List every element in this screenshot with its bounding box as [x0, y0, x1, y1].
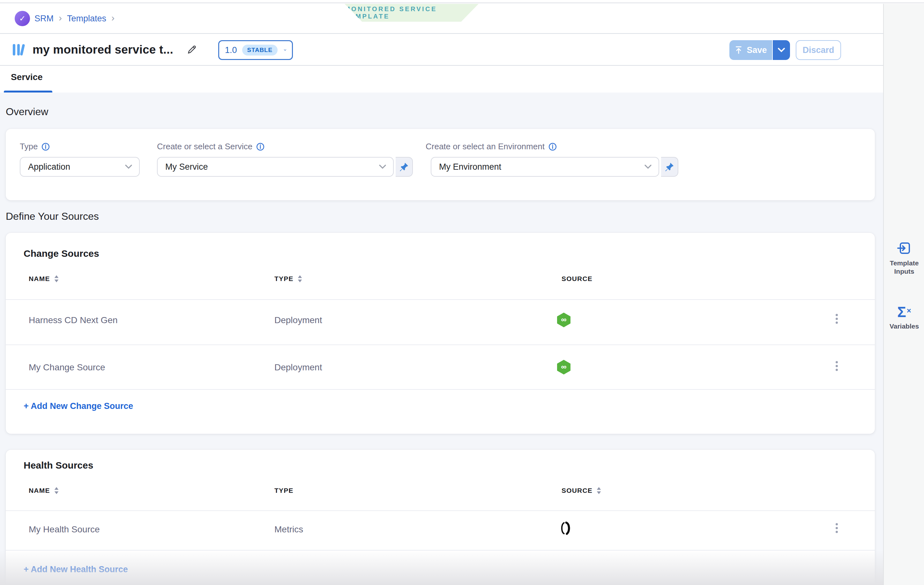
- sort-icon: [54, 487, 59, 494]
- save-button[interactable]: Save: [729, 40, 773, 60]
- pin-icon: [399, 162, 408, 171]
- tab-bar: Service: [0, 66, 883, 92]
- column-header-source: SOURCE: [561, 275, 592, 283]
- row-name: My Change Source: [29, 363, 105, 372]
- divider: [6, 389, 875, 390]
- row-type: Metrics: [274, 524, 303, 535]
- info-icon[interactable]: [41, 143, 50, 151]
- appdynamics-source-icon: [558, 521, 573, 535]
- chevron-down-icon: [379, 165, 386, 169]
- chevron-down-icon: [645, 165, 652, 169]
- variables-icon: Σ×: [897, 304, 911, 319]
- add-health-source-button[interactable]: + Add New Health Source: [24, 565, 128, 575]
- variables-label: Variables: [886, 322, 923, 330]
- column-header-type[interactable]: TYPE: [274, 275, 302, 283]
- harness-cd-source-icon: ∞: [557, 313, 571, 327]
- right-panel: Template Inputs Σ× Variables: [883, 4, 924, 585]
- row-menu-button[interactable]: [832, 523, 842, 533]
- stable-badge: STABLE: [242, 44, 277, 56]
- add-change-source-button[interactable]: + Add New Change Source: [24, 401, 133, 411]
- template-library-icon: [11, 42, 26, 58]
- pencil-icon: [186, 44, 197, 55]
- sort-icon: [297, 275, 302, 283]
- version-selector[interactable]: 1.0 STABLE: [218, 40, 293, 60]
- service-select[interactable]: My Service: [157, 157, 394, 177]
- badge-label: MONITORED SERVICE TEMPLATE: [345, 5, 478, 20]
- service-field-label: Create or select a Service: [157, 142, 264, 152]
- environment-field-label: Create or select an Environment: [426, 142, 557, 152]
- change-sources-title: Change Sources: [24, 248, 99, 259]
- info-icon[interactable]: [256, 143, 264, 151]
- top-strip: [0, 0, 924, 3]
- type-select[interactable]: Application: [20, 157, 140, 177]
- harness-cd-source-icon: ∞: [557, 360, 571, 374]
- breadcrumb-link-srm[interactable]: SRM: [35, 14, 54, 24]
- save-split-button: Save: [729, 40, 790, 60]
- discard-button[interactable]: Discard: [796, 40, 841, 60]
- define-sources-heading: Define Your Sources: [6, 211, 99, 222]
- tab-service[interactable]: Service: [11, 72, 43, 82]
- divider: [6, 510, 875, 511]
- template-toolbar: my monitored service t... 1.0 STABLE VIS…: [0, 35, 924, 66]
- column-header-source[interactable]: SOURCE: [561, 487, 601, 494]
- type-field-label: Type: [20, 142, 50, 152]
- sort-icon: [54, 275, 59, 283]
- divider: [6, 344, 875, 345]
- sort-icon: [596, 487, 601, 494]
- row-name: Harness CD Next Gen: [29, 315, 118, 325]
- row-name: My Health Source: [29, 524, 100, 535]
- health-sources-card: Health Sources NAME TYPE SOURCE My Healt…: [6, 450, 875, 585]
- breadcrumb-separator-icon: ›: [111, 13, 115, 24]
- variables-button[interactable]: Σ× Variables: [884, 304, 924, 330]
- chevron-down-icon: [125, 165, 132, 169]
- save-options-button[interactable]: [773, 40, 790, 60]
- template-inputs-label: Template Inputs: [886, 259, 923, 275]
- column-header-name[interactable]: NAME: [29, 487, 59, 494]
- pin-service-button[interactable]: [396, 157, 413, 177]
- change-sources-card: Change Sources NAME TYPE SOURCE Harness …: [6, 233, 875, 434]
- page-title: my monitored service t...: [33, 43, 173, 56]
- upload-icon: [734, 46, 743, 54]
- overview-heading: Overview: [6, 106, 48, 118]
- row-type: Deployment: [274, 315, 322, 325]
- pin-environment-button[interactable]: [661, 157, 678, 177]
- main-content: Overview Type Application Create or sele…: [0, 92, 883, 585]
- monitored-service-template-badge: MONITORED SERVICE TEMPLATE: [345, 4, 478, 22]
- title-group: my monitored service t...: [11, 35, 199, 65]
- template-inputs-icon: [896, 241, 912, 256]
- info-icon[interactable]: [548, 143, 557, 151]
- breadcrumb-link-templates[interactable]: Templates: [67, 14, 106, 24]
- overview-card: Type Application Create or select a Serv…: [6, 129, 875, 200]
- edit-title-button[interactable]: [185, 43, 199, 57]
- divider: [6, 550, 875, 550]
- divider: [6, 299, 875, 300]
- chevron-down-icon: [284, 48, 286, 52]
- row-menu-button[interactable]: [832, 314, 842, 324]
- row-type: Deployment: [274, 363, 322, 372]
- monitored-service-template-page: ✓ SRM › Templates › MONITORED SERVICE TE…: [0, 0, 924, 585]
- save-label: Save: [747, 45, 767, 55]
- breadcrumb: ✓ SRM › Templates ›: [15, 4, 115, 33]
- health-sources-title: Health Sources: [24, 460, 93, 471]
- column-header-type: TYPE: [274, 487, 294, 494]
- row-menu-button[interactable]: [832, 361, 842, 371]
- chevron-down-icon: [778, 48, 785, 52]
- version-number: 1.0: [225, 45, 237, 55]
- template-inputs-button[interactable]: Template Inputs: [884, 241, 924, 275]
- breadcrumb-separator-icon: ›: [58, 13, 63, 24]
- harness-module-icon: ✓: [15, 11, 30, 26]
- environment-select[interactable]: My Environment: [431, 157, 659, 177]
- column-header-name[interactable]: NAME: [29, 275, 59, 283]
- pin-icon: [665, 162, 674, 171]
